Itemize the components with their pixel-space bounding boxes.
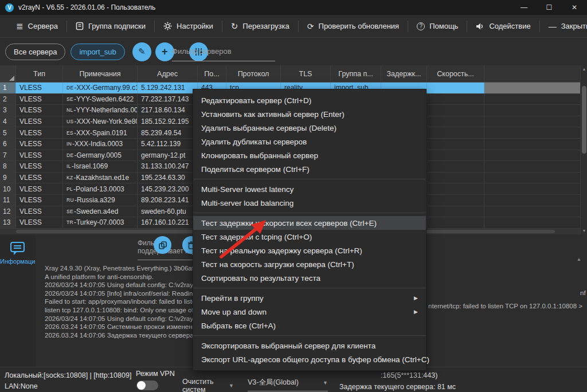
menubar-item-servers[interactable]: ≣Сервера xyxy=(7,15,66,38)
column-header[interactable]: Примечания xyxy=(63,65,138,82)
row-filler xyxy=(484,161,580,172)
column-header[interactable]: Группа п... xyxy=(331,65,381,82)
row-number: 12 xyxy=(0,206,16,217)
log-tab-label: Информация xyxy=(0,258,36,265)
menubar-item-label: Группа подписки xyxy=(88,22,146,30)
server-toolbar: Все сервераimport_sub ✎ + xyxy=(0,38,587,65)
scroll-down-icon[interactable]: ▼ xyxy=(581,227,587,234)
log-sidebar-tab[interactable]: Информация xyxy=(0,234,36,367)
server-filter-input[interactable]: Фильтр серверов xyxy=(172,47,275,61)
country-code: pl xyxy=(66,186,73,192)
row-number: 1 xyxy=(0,83,16,93)
country-code: us xyxy=(66,119,73,124)
menubar-item-settings[interactable]: Настройки xyxy=(155,15,222,38)
cell xyxy=(427,150,484,161)
country-code: es xyxy=(66,130,73,136)
context-menu-item[interactable]: Экспортировать выбранный сервер для клие… xyxy=(193,339,426,352)
menu-item-label: Тест на реальную задержку сервера (Ctrl+… xyxy=(201,246,362,255)
menubar-item-close[interactable]: —Закрыть xyxy=(540,15,587,38)
row-filler xyxy=(484,83,580,93)
context-menu-item[interactable]: Экспорт URL-адресов общего доступа в буф… xyxy=(193,352,426,366)
menu-separator xyxy=(193,335,426,336)
menubar-item-check-updates[interactable]: ⟳Проверить обновления xyxy=(299,15,408,38)
subscription-tab-all-servers[interactable]: Все сервера xyxy=(5,44,65,60)
column-header[interactable]: Задержк... xyxy=(381,65,427,82)
column-header[interactable]: Протокол xyxy=(226,65,281,82)
context-menu-item[interactable]: Редактировать сервер (Ctrl+D) xyxy=(193,93,426,107)
row-filler xyxy=(484,183,580,194)
minimize-button[interactable]: — xyxy=(511,0,537,15)
log-fragment: nf xyxy=(580,289,586,296)
routing-dropdown[interactable]: V3-全局(Global) ▼ xyxy=(248,378,328,391)
menu-separator xyxy=(193,288,426,288)
country-code: in xyxy=(66,141,72,147)
menu-item-label: Перейти в группу xyxy=(201,294,264,303)
context-menu-item[interactable]: Клонировать выбранный сервер xyxy=(193,148,426,162)
select-all-corner[interactable] xyxy=(0,65,16,82)
submenu-arrow-icon: ▶ xyxy=(414,295,418,301)
context-menu-item[interactable]: Тест задержки с tcping (Ctrl+O) xyxy=(193,230,426,244)
cell: VLESS xyxy=(16,83,63,93)
speaker-icon xyxy=(476,22,484,30)
context-menu-item[interactable]: Multi-Server lowest latency xyxy=(193,182,426,196)
close-button[interactable]: ✕ xyxy=(562,0,587,15)
cell: 5.42.112.139 xyxy=(138,139,198,150)
context-menu-item[interactable]: Тест на реальную задержку сервера (Ctrl+… xyxy=(193,244,426,257)
cell: VLESS xyxy=(16,150,63,161)
context-menu-item[interactable]: Удалить дубликаты серверов xyxy=(193,135,426,148)
add-group-button[interactable]: + xyxy=(155,42,174,61)
row-number: 6 xyxy=(0,139,16,150)
column-header[interactable]: По... xyxy=(198,65,226,82)
menu-item-label: Поделиться сервером (Ctrl+F) xyxy=(201,165,310,174)
cell xyxy=(427,206,484,217)
menubar-item-label: Содействие xyxy=(489,22,530,30)
context-menu-item[interactable]: Multi-server load balancing xyxy=(193,196,426,210)
menubar-item-promotion[interactable]: Содействие xyxy=(467,15,539,38)
column-header[interactable]: Тип xyxy=(16,65,63,82)
cell xyxy=(427,139,484,150)
context-menu-item[interactable]: Тест на скорость загрузки сервера (Ctrl+… xyxy=(193,257,426,271)
row-filler xyxy=(484,217,580,228)
scroll-up-icon[interactable]: ▲ xyxy=(581,65,587,73)
context-menu-item[interactable]: Move up and down▶ xyxy=(193,305,426,319)
column-header[interactable]: TLS xyxy=(281,65,331,82)
cell: nl-YYY-Netherlands.0005 xyxy=(63,105,138,116)
menubar-item-help[interactable]: ?Помощь xyxy=(408,15,467,38)
column-header[interactable]: Адрес xyxy=(138,65,198,82)
cell: VLESS xyxy=(16,183,63,194)
cell: de-Germany.0005 xyxy=(63,150,138,161)
context-menu-item[interactable]: Выбрать все (Ctrl+A) xyxy=(193,319,426,332)
menu-item-label: Тест задержки с tcping (Ctrl+O) xyxy=(201,233,312,241)
column-header[interactable]: Скорость... xyxy=(427,65,484,82)
scroll-up-icon[interactable]: ▲ xyxy=(577,257,581,262)
menu-separator xyxy=(193,213,426,213)
system-proxy-dropdown[interactable]: Очистить систем ▼ xyxy=(182,378,234,392)
menubar-item-subscription-group[interactable]: Группа подписки xyxy=(67,15,154,38)
header-filler xyxy=(484,65,580,82)
context-menu-item[interactable]: Удалить выбранные серверы (Delete) xyxy=(193,121,426,135)
server-remark: -YYY-Netherlands.0005 xyxy=(73,106,138,114)
copy-log-button[interactable] xyxy=(154,236,171,254)
servers-icon: ≣ xyxy=(16,22,24,30)
scrollbar-thumb[interactable] xyxy=(582,86,586,154)
cell xyxy=(427,183,484,194)
context-menu-item[interactable]: Сортировать по результату теста xyxy=(193,271,426,285)
context-menu-item[interactable]: Тест задержки и скорости всех серверов (… xyxy=(193,216,426,230)
row-number: 4 xyxy=(0,116,16,127)
context-menu-item[interactable]: Перейти в группу▶ xyxy=(193,291,426,305)
menu-item-label: Удалить выбранные серверы (Delete) xyxy=(201,124,336,132)
cell: 145.239.23.200 xyxy=(138,183,198,194)
menubar-item-reload[interactable]: ↻Перезагрузка xyxy=(222,15,298,38)
edit-group-button[interactable]: ✎ xyxy=(132,42,151,61)
subscription-tab-import-sub[interactable]: import_sub xyxy=(71,44,124,60)
context-menu-item[interactable]: Поделиться сервером (Ctrl+F) xyxy=(193,162,426,176)
vpn-mode-label: Режим VPN xyxy=(136,370,175,378)
menu-bar: ≣СервераГруппа подпискиНастройки↻Перезаг… xyxy=(0,15,587,38)
server-remark: -Poland-13.0003 xyxy=(73,185,124,193)
cell: 217.18.60.134 xyxy=(138,105,198,116)
context-menu-item[interactable]: Установить как активный сервер (Enter) xyxy=(193,107,426,121)
vpn-mode-toggle[interactable] xyxy=(136,381,158,390)
maximize-button[interactable]: ☐ xyxy=(537,0,562,15)
table-vertical-scrollbar[interactable]: ▲ ▼ xyxy=(580,65,587,234)
cell: 77.232.137.143 xyxy=(138,94,198,105)
